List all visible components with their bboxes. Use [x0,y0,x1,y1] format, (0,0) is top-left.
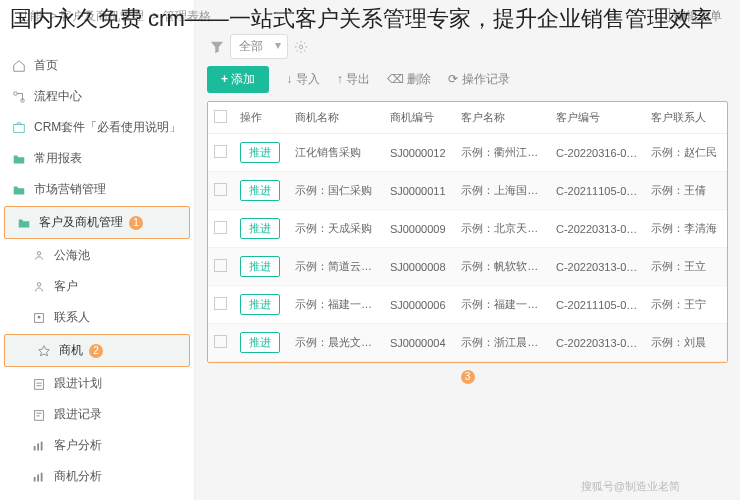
cell-customer: 示例：福建一高集团 [455,286,550,324]
push-button[interactable]: 推进 [240,180,280,201]
svg-point-5 [37,282,41,286]
sidebar-item-CRM套件「必看使用说明」[interactable]: CRM套件「必看使用说明」 [0,112,194,143]
cell-contact: 示例：李清海 [645,210,727,248]
cell-contact: 示例：刘晨 [645,324,727,362]
export-button[interactable]: ↑ 导出 [334,71,370,88]
row-checkbox[interactable] [214,183,227,196]
cell-customer-code: C-20220313-0000004 [550,324,645,362]
push-button[interactable]: 推进 [240,218,280,239]
row-checkbox[interactable] [214,335,227,348]
row-checkbox[interactable] [214,145,227,158]
sidebar-item-label: 跟进记录 [54,406,102,423]
toolbar: 添加 ↓ 导入 ↑ 导出 ⌫ 删除 ⟳ 操作记录 [207,66,728,93]
svg-point-0 [299,45,303,49]
cell-customer-code: C-20220313-0000002 [550,210,645,248]
sidebar-item-label: 客户及商机管理 [39,214,123,231]
sidebar-item-label: 常用报表 [34,150,82,167]
rec-icon [32,408,46,422]
main-content: 添加 ↓ 导入 ↑ 导出 ⌫ 删除 ⟳ 操作记录 操作商机名称商机编号客户名称客… [195,0,740,500]
data-table: 操作商机名称商机编号客户名称客户编号客户联系人推进江化销售采购SJ0000012… [207,101,728,363]
cell-code: SJ0000011 [384,172,455,210]
operation-log-button[interactable]: ⟳ 操作记录 [445,71,509,88]
column-header [208,102,234,134]
sidebar-item-流程中心[interactable]: 流程中心 [0,81,194,112]
kit-icon [12,121,26,135]
sidebar-item-label: 客户分析 [54,437,102,454]
table-row[interactable]: 推进示例：晨光文具设备…SJ0000004示例：浙江晨光文具…C-2022031… [208,324,727,362]
column-header: 商机编号 [384,102,455,134]
column-header: 客户编号 [550,102,645,134]
cell-customer: 示例：帆软软件有限公司 [455,248,550,286]
pool-icon [32,249,46,263]
row-checkbox[interactable] [214,259,227,272]
sidebar-item-首页[interactable]: 首页 [0,50,194,81]
annotation-badge: 2 [89,344,103,358]
cell-name: 示例：天成采购 [289,210,384,248]
page-headline: 国内永久免费 crm——一站式客户关系管理专家，提升企业销售管理效率 [0,0,740,39]
delete-button[interactable]: ⌫ 删除 [384,71,431,88]
add-button[interactable]: 添加 [207,66,269,93]
sidebar-item-label: 跟进计划 [54,375,102,392]
svg-point-1 [14,91,18,95]
table-row[interactable]: 推进示例：国仁采购SJ0000011示例：上海国仁有限…C-20211105-0… [208,172,727,210]
push-button[interactable]: 推进 [240,294,280,315]
sidebar: 首页流程中心CRM套件「必看使用说明」常用报表市场营销管理客户及商机管理1公海池… [0,0,195,500]
table-row[interactable]: 推进示例：简道云采购SJ0000008示例：帆软软件有限公司C-20220313… [208,248,727,286]
sidebar-item-label: 市场营销管理 [34,181,106,198]
import-button[interactable]: ↓ 导入 [283,71,319,88]
cell-customer-code: C-20220313-0000001 [550,248,645,286]
sidebar-item-跟进计划[interactable]: 跟进计划 [0,368,194,399]
table-row[interactable]: 推进示例：福建一高3月订单SJ0000006示例：福建一高集团C-2021110… [208,286,727,324]
sidebar-item-公海池[interactable]: 公海池 [0,240,194,271]
gear-icon[interactable] [294,40,308,54]
cell-code: SJ0000006 [384,286,455,324]
column-header: 客户联系人 [645,102,727,134]
cell-customer: 示例：北京天诚软件… [455,210,550,248]
cell-contact: 示例：王宁 [645,286,727,324]
ana-icon [32,470,46,484]
cell-customer: 示例：衢州江化集团 [455,134,550,172]
filter-icon [210,40,224,54]
sidebar-item-label: 联系人 [54,309,90,326]
cell-name: 江化销售采购 [289,134,384,172]
cust-icon [32,280,46,294]
folder-icon [12,183,26,197]
table-row[interactable]: 推进江化销售采购SJ0000012示例：衢州江化集团C-20220316-000… [208,134,727,172]
annotation-3: 3 [207,369,728,384]
row-checkbox[interactable] [214,221,227,234]
cell-contact: 示例：王立 [645,248,727,286]
push-button[interactable]: 推进 [240,142,280,163]
sidebar-item-客户[interactable]: 客户 [0,271,194,302]
sidebar-item-联系人[interactable]: 联系人 [0,302,194,333]
sidebar-item-跟进记录[interactable]: 跟进记录 [0,399,194,430]
cell-customer: 示例：上海国仁有限… [455,172,550,210]
sidebar-item-商机[interactable]: 商机2 [4,334,190,367]
sidebar-item-客户及商机管理[interactable]: 客户及商机管理1 [4,206,190,239]
sidebar-item-label: 商机 [59,342,83,359]
flow-icon [12,90,26,104]
push-button[interactable]: 推进 [240,332,280,353]
cell-code: SJ0000008 [384,248,455,286]
table-row[interactable]: 推进示例：天成采购SJ0000009示例：北京天诚软件…C-20220313-0… [208,210,727,248]
cell-customer-code: C-20211105-0000001 [550,172,645,210]
sidebar-item-常用报表[interactable]: 常用报表 [0,143,194,174]
column-header: 操作 [234,102,289,134]
cell-name: 示例：福建一高3月订单 [289,286,384,324]
cell-customer: 示例：浙江晨光文具… [455,324,550,362]
column-header: 商机名称 [289,102,384,134]
cell-customer-code: C-20211105-0000004 [550,286,645,324]
push-button[interactable]: 推进 [240,256,280,277]
sidebar-item-市场营销管理[interactable]: 市场营销管理 [0,174,194,205]
sidebar-item-产品报价管理[interactable]: 产品报价管理 [0,492,194,500]
sidebar-item-客户分析[interactable]: 客户分析 [0,430,194,461]
svg-rect-8 [35,379,44,389]
annotation-badge: 1 [129,216,143,230]
cell-code: SJ0000009 [384,210,455,248]
cell-code: SJ0000004 [384,324,455,362]
row-checkbox[interactable] [214,297,227,310]
sidebar-item-商机分析[interactable]: 商机分析 [0,461,194,492]
svg-point-7 [38,315,41,318]
select-all-checkbox[interactable] [214,110,227,123]
cell-code: SJ0000012 [384,134,455,172]
svg-point-4 [37,251,41,255]
